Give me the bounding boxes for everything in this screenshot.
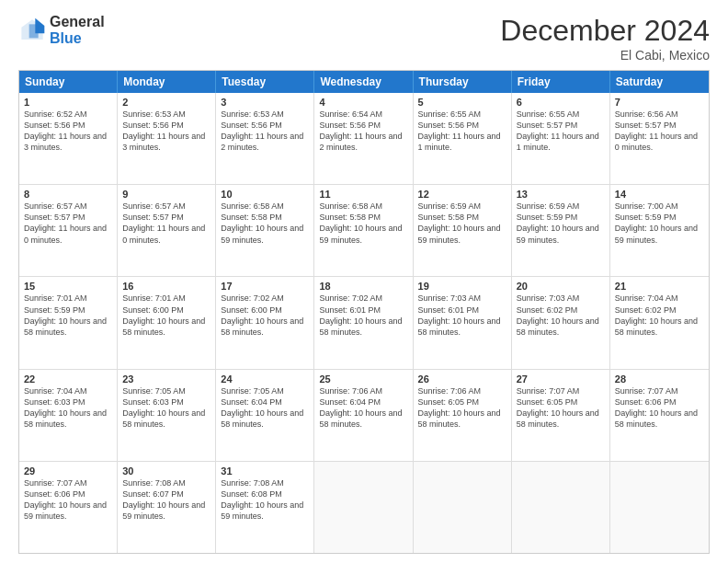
day-number: 4 [319,97,407,108]
table-row [314,462,413,553]
cell-info: Sunrise: 7:08 AMSunset: 6:08 PMDaylight:… [221,477,309,523]
table-row: 29 Sunrise: 7:07 AMSunset: 6:06 PMDaylig… [19,462,118,553]
cell-info: Sunrise: 7:03 AMSunset: 6:01 PMDaylight:… [418,293,506,338]
table-row [414,462,512,553]
table-row: 12 Sunrise: 6:59 AMSunset: 5:58 PMDaylig… [414,185,512,276]
table-row: 18 Sunrise: 7:02 AMSunset: 6:01 PMDaylig… [314,277,413,368]
cell-info: Sunrise: 6:52 AMSunset: 5:56 PMDaylight:… [24,109,112,154]
day-number: 14 [615,189,704,200]
logo: General Blue [18,14,105,46]
calendar: Sunday Monday Tuesday Wednesday Thursday… [18,70,710,554]
table-row: 19 Sunrise: 7:03 AMSunset: 6:01 PMDaylig… [414,277,512,368]
table-row: 28 Sunrise: 7:07 AMSunset: 6:06 PMDaylig… [610,370,709,461]
day-number: 9 [122,189,210,200]
day-number: 12 [418,189,506,200]
logo-blue: Blue [50,30,105,47]
day-number: 5 [418,97,506,108]
day-number: 26 [418,373,506,385]
week-row-3: 22 Sunrise: 7:04 AMSunset: 6:03 PMDaylig… [19,369,709,461]
cell-info: Sunrise: 6:56 AMSunset: 5:57 PMDaylight:… [615,109,704,154]
table-row: 21 Sunrise: 7:04 AMSunset: 6:02 PMDaylig… [610,277,709,368]
table-row: 30 Sunrise: 7:08 AMSunset: 6:07 PMDaylig… [118,462,216,553]
header-thursday: Thursday [414,71,512,93]
header: General Blue December 2024 El Cabi, Mexi… [18,14,710,63]
header-tuesday: Tuesday [216,71,314,93]
day-number: 7 [615,97,704,108]
logo-general: General [50,14,105,30]
table-row: 16 Sunrise: 7:01 AMSunset: 6:00 PMDaylig… [118,277,216,368]
day-number: 8 [24,189,112,200]
table-row [512,462,610,553]
day-number: 21 [615,281,704,292]
cell-info: Sunrise: 7:06 AMSunset: 6:04 PMDaylight:… [319,385,407,431]
day-number: 13 [517,189,605,200]
table-row: 3 Sunrise: 6:53 AMSunset: 5:56 PMDayligh… [216,93,314,184]
table-row: 22 Sunrise: 7:04 AMSunset: 6:03 PMDaylig… [19,370,118,461]
title-block: December 2024 El Cabi, Mexico [500,14,710,63]
table-row: 26 Sunrise: 7:06 AMSunset: 6:05 PMDaylig… [414,370,512,461]
header-sunday: Sunday [19,71,118,93]
cell-info: Sunrise: 6:53 AMSunset: 5:56 PMDaylight:… [122,109,210,154]
month-title: December 2024 [500,14,710,48]
cell-info: Sunrise: 7:04 AMSunset: 6:02 PMDaylight:… [615,293,704,338]
day-number: 18 [319,281,407,292]
cell-info: Sunrise: 7:07 AMSunset: 6:06 PMDaylight:… [615,385,704,431]
table-row: 14 Sunrise: 7:00 AMSunset: 5:59 PMDaylig… [610,185,709,276]
table-row: 17 Sunrise: 7:02 AMSunset: 6:00 PMDaylig… [216,277,314,368]
table-row: 8 Sunrise: 6:57 AMSunset: 5:57 PMDayligh… [19,185,118,276]
calendar-header: Sunday Monday Tuesday Wednesday Thursday… [19,71,709,93]
cell-info: Sunrise: 6:57 AMSunset: 5:57 PMDaylight:… [24,201,112,246]
day-number: 16 [122,281,210,292]
table-row [610,462,709,553]
table-row: 4 Sunrise: 6:54 AMSunset: 5:56 PMDayligh… [314,93,413,184]
svg-marker-2 [29,24,39,38]
day-number: 3 [221,97,309,108]
day-number: 19 [418,281,506,292]
day-number: 17 [221,281,309,292]
cell-info: Sunrise: 6:54 AMSunset: 5:56 PMDaylight:… [319,109,407,154]
cell-info: Sunrise: 6:57 AMSunset: 5:57 PMDaylight:… [122,201,210,246]
week-row-2: 15 Sunrise: 7:01 AMSunset: 5:59 PMDaylig… [19,276,709,368]
logo-icon [18,17,46,44]
page: General Blue December 2024 El Cabi, Mexi… [0,0,728,563]
table-row: 25 Sunrise: 7:06 AMSunset: 6:04 PMDaylig… [314,370,413,461]
cell-info: Sunrise: 7:02 AMSunset: 6:00 PMDaylight:… [221,293,309,338]
cell-info: Sunrise: 7:02 AMSunset: 6:01 PMDaylight:… [319,293,407,338]
cell-info: Sunrise: 7:06 AMSunset: 6:05 PMDaylight:… [418,385,506,431]
day-number: 1 [24,97,112,108]
header-monday: Monday [118,71,216,93]
cell-info: Sunrise: 6:59 AMSunset: 5:58 PMDaylight:… [418,201,506,246]
day-number: 6 [517,97,605,108]
cell-info: Sunrise: 6:53 AMSunset: 5:56 PMDaylight:… [221,109,309,154]
cell-info: Sunrise: 7:05 AMSunset: 6:04 PMDaylight:… [221,385,309,431]
day-number: 24 [221,373,309,385]
day-number: 2 [122,97,210,108]
header-wednesday: Wednesday [314,71,413,93]
header-saturday: Saturday [610,71,709,93]
table-row: 6 Sunrise: 6:55 AMSunset: 5:57 PMDayligh… [512,93,610,184]
table-row: 24 Sunrise: 7:05 AMSunset: 6:04 PMDaylig… [216,370,314,461]
header-friday: Friday [512,71,610,93]
cell-info: Sunrise: 6:58 AMSunset: 5:58 PMDaylight:… [221,201,309,246]
week-row-1: 8 Sunrise: 6:57 AMSunset: 5:57 PMDayligh… [19,184,709,276]
day-number: 10 [221,189,309,200]
table-row: 11 Sunrise: 6:58 AMSunset: 5:58 PMDaylig… [314,185,413,276]
cell-info: Sunrise: 7:03 AMSunset: 6:02 PMDaylight:… [517,293,605,338]
calendar-body: 1 Sunrise: 6:52 AMSunset: 5:56 PMDayligh… [19,93,709,553]
day-number: 27 [517,373,605,385]
table-row: 7 Sunrise: 6:56 AMSunset: 5:57 PMDayligh… [610,93,709,184]
cell-info: Sunrise: 7:07 AMSunset: 6:06 PMDaylight:… [24,477,112,523]
day-number: 29 [24,465,112,477]
cell-info: Sunrise: 7:05 AMSunset: 6:03 PMDaylight:… [122,385,210,431]
day-number: 20 [517,281,605,292]
cell-info: Sunrise: 7:07 AMSunset: 6:05 PMDaylight:… [517,385,605,431]
week-row-4: 29 Sunrise: 7:07 AMSunset: 6:06 PMDaylig… [19,461,709,553]
day-number: 31 [221,465,309,477]
cell-info: Sunrise: 6:59 AMSunset: 5:59 PMDaylight:… [517,201,605,246]
table-row: 27 Sunrise: 7:07 AMSunset: 6:05 PMDaylig… [512,370,610,461]
day-number: 30 [122,465,210,477]
table-row: 20 Sunrise: 7:03 AMSunset: 6:02 PMDaylig… [512,277,610,368]
cell-info: Sunrise: 7:00 AMSunset: 5:59 PMDaylight:… [615,201,704,246]
day-number: 23 [122,373,210,385]
location: El Cabi, Mexico [500,48,710,63]
